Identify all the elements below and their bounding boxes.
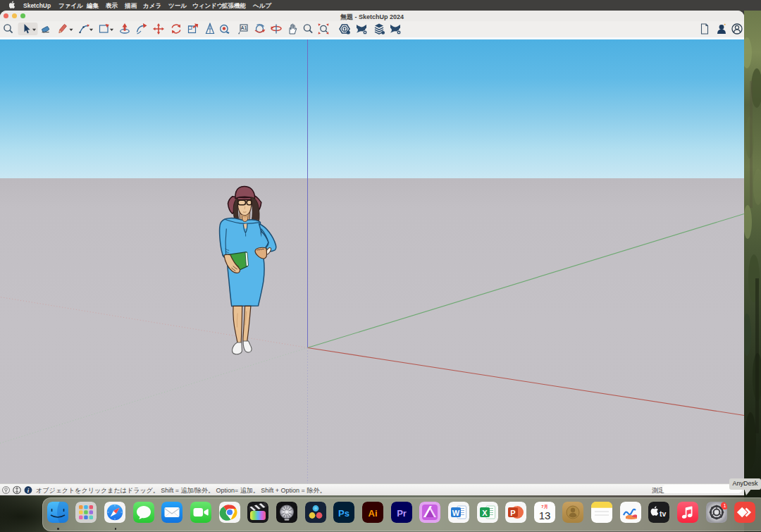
svg-text:1: 1 (723, 502, 726, 509)
svg-text:13: 13 (538, 509, 550, 521)
svg-text:A1: A1 (241, 25, 247, 30)
svg-text:X: X (482, 509, 488, 517)
svg-text:Ps: Ps (338, 508, 349, 519)
svg-text:Ai: Ai (368, 508, 377, 519)
svg-text:P: P (510, 509, 515, 517)
svg-text:W: W (452, 509, 460, 517)
svg-text:tv: tv (660, 509, 666, 518)
svg-text:7月: 7月 (541, 504, 547, 509)
svg-text:Pr: Pr (397, 508, 407, 519)
